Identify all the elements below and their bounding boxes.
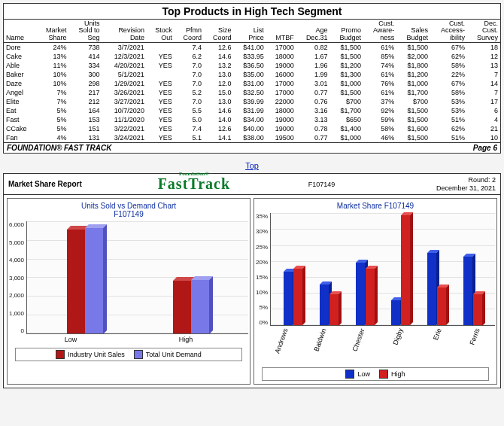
column-header: Pfmn Coord bbox=[175, 20, 204, 43]
charts-row: Units Sold vs Demand Chart F107149 6,000… bbox=[4, 195, 500, 388]
table-row: Able11%3344/20/2021YES7.013.2$36.5019000… bbox=[4, 61, 500, 70]
table-row: Daze10%2981/29/2021YES7.012.0$31.0017000… bbox=[4, 79, 500, 88]
report-id: F107149 bbox=[263, 181, 379, 188]
column-header: List Price bbox=[233, 20, 266, 43]
column-header: Dec. Cust. Survey bbox=[467, 20, 500, 43]
bar bbox=[284, 272, 293, 325]
chart1-legend: Industry Unit Sales Total Unit Demand bbox=[15, 348, 242, 361]
bar bbox=[293, 269, 302, 325]
column-header: Name bbox=[4, 20, 36, 43]
table-row: Fast5%15311/1/2020YES5.014.0$34.00190003… bbox=[4, 115, 500, 124]
chart1-plot bbox=[26, 221, 248, 334]
column-header: Age Dec.31 bbox=[296, 20, 330, 43]
footer-page: Page 6 bbox=[473, 144, 497, 152]
column-header: Stock Out bbox=[147, 20, 175, 43]
top-link-container: Top bbox=[3, 158, 501, 173]
table-row: Cake13%41412/3/2021YES6.214.6$33.9518000… bbox=[4, 52, 500, 61]
report-logo: Foundation® FastTrack bbox=[124, 175, 263, 193]
chart2-x-labels: AndrewsBaldwinChesterDigbyErieFerris bbox=[256, 326, 495, 363]
column-header: Market Share bbox=[36, 20, 68, 43]
chart2-legend: Low High bbox=[262, 367, 489, 381]
table-row: Angel7%2173/26/2021YES5.215.0$32.5017000… bbox=[4, 88, 500, 97]
table-row: Baker10%3005/1/20217.013.0$35.00160001.9… bbox=[4, 70, 500, 79]
top-products-panel: Top Products in High Tech Segment NameMa… bbox=[3, 3, 501, 154]
bar bbox=[437, 288, 446, 325]
report-header: Market Share Report Foundation® FastTrac… bbox=[4, 174, 500, 195]
chart-market-share: Market Share F107149 35%30%25%20%15%10%5… bbox=[254, 198, 497, 385]
bar bbox=[463, 257, 472, 326]
column-header: MTBF bbox=[266, 20, 296, 43]
footer-brand: FOUNDATION® FAST TRACK bbox=[7, 144, 111, 152]
market-share-report-panel: Market Share Report Foundation® FastTrac… bbox=[3, 173, 501, 388]
bar bbox=[85, 228, 103, 334]
bar bbox=[473, 294, 482, 326]
page-footer: FOUNDATION® FAST TRACK Page 6 bbox=[4, 142, 500, 153]
bar bbox=[366, 269, 375, 325]
bar bbox=[329, 294, 339, 326]
chart1-title: Units Sold vs Demand Chart F107149 bbox=[9, 202, 248, 218]
table-row: Fan4%1313/24/2021YES5.114.1$38.00195000.… bbox=[4, 133, 500, 142]
top-link[interactable]: Top bbox=[245, 161, 259, 170]
report-title: Market Share Report bbox=[8, 180, 124, 188]
bar bbox=[191, 280, 209, 334]
top-products-table: NameMarket ShareUnits Sold to SegRevisio… bbox=[4, 20, 500, 142]
table-row: Dore24%7383/7/20217.412.6$41.00170000.82… bbox=[4, 43, 500, 53]
chart2-plot bbox=[270, 213, 495, 326]
bar bbox=[320, 285, 329, 325]
column-header: Cust. Aware- ness bbox=[363, 20, 396, 43]
report-date: Round: 2 December 31, 2021 bbox=[380, 176, 496, 193]
chart1-x-labels: LowHigh bbox=[9, 334, 248, 343]
bar bbox=[173, 281, 191, 333]
table-row: Eat5%16410/7/2020YES5.514.6$31.99180003.… bbox=[4, 106, 500, 115]
bar bbox=[401, 215, 410, 325]
column-header: Cust. Access- ibility bbox=[430, 20, 467, 43]
column-header: Promo Budget bbox=[329, 20, 363, 43]
bar bbox=[67, 230, 85, 333]
chart-units-vs-demand: Units Sold vs Demand Chart F107149 6,000… bbox=[7, 198, 250, 385]
chart2-y-axis: 35%30%25%20%15%10%5%0% bbox=[256, 213, 270, 326]
bar bbox=[427, 253, 436, 325]
column-header: Sales Budget bbox=[396, 20, 430, 43]
bar bbox=[356, 263, 365, 325]
chart2-title: Market Share F107149 bbox=[256, 202, 495, 210]
bar bbox=[391, 300, 400, 325]
table-row: CCake5%1513/22/2021YES7.412.6$40.0019000… bbox=[4, 124, 500, 133]
column-header: Revision Date bbox=[102, 20, 146, 43]
chart1-y-axis: 6,0005,0004,0003,0002,0001,0000 bbox=[9, 221, 26, 334]
column-header: Units Sold to Seg bbox=[69, 20, 102, 43]
column-header: Size Coord bbox=[204, 20, 233, 43]
top-products-title: Top Products in High Tech Segment bbox=[4, 4, 500, 20]
table-row: Elite7%2123/27/2021YES7.013.0$39.9922000… bbox=[4, 97, 500, 106]
